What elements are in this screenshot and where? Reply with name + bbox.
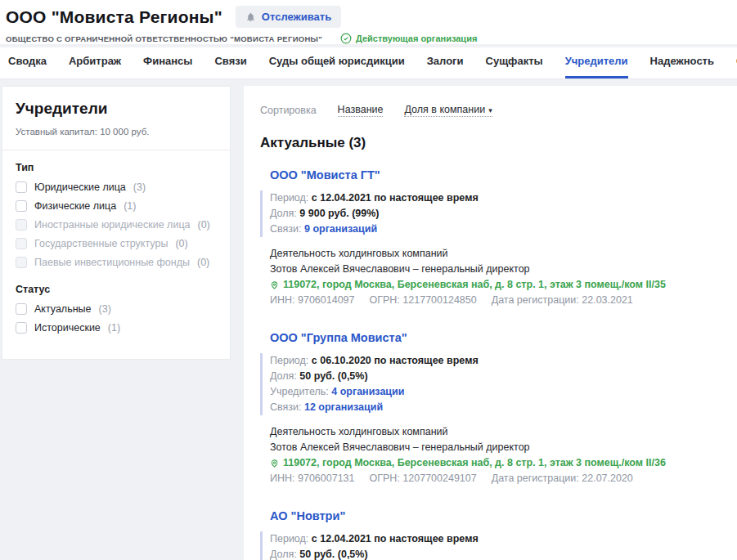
- activity-line: Деятельность холдинговых компаний: [270, 246, 721, 262]
- chevron-down-icon: ▾: [488, 106, 492, 114]
- company-link[interactable]: АО "Новтри": [270, 509, 345, 522]
- company-details: Деятельность холдинговых компаний Зотов …: [270, 424, 721, 486]
- tab-nadezhnost[interactable]: Надежность: [650, 47, 714, 78]
- founder-card: ООО "Группа Мовиста" Период: с 06.10.202…: [260, 330, 721, 486]
- connections-link[interactable]: 9 организаций: [304, 223, 377, 235]
- founder-info-block: Период: с 12.04.2021 по настоящее время …: [260, 190, 721, 237]
- filter-actual[interactable]: Актуальные (3): [16, 303, 217, 315]
- filter-group-status-title: Статус: [16, 284, 217, 295]
- tab-finansy[interactable]: Финансы: [143, 47, 192, 78]
- filter-group-type-title: Тип: [16, 162, 217, 173]
- page-header: ООО "Мовиста Регионы" Отслеживать ОБЩЕСТ…: [0, 0, 737, 44]
- registry-meta: ИНН: 9706007131 ОГРН: 1207700249107 Дата…: [270, 471, 721, 486]
- sort-by-name[interactable]: Название: [338, 104, 384, 117]
- location-pin-icon: [270, 280, 279, 291]
- company-details: Деятельность холдинговых компаний Зотов …: [270, 246, 721, 308]
- bell-icon: [245, 11, 256, 23]
- filter-individuals[interactable]: Физические лица (1): [16, 200, 217, 212]
- checkbox-icon[interactable]: [16, 303, 27, 315]
- founder-info-block: Период: с 12.04.2021 по настоящее время …: [260, 531, 721, 560]
- registry-meta: ИНН: 9706014097 ОГРН: 1217700124850 Дата…: [270, 293, 721, 308]
- tab-bar: Сводка Арбитраж Финансы Связи Суды общей…: [0, 47, 737, 79]
- inn-value: ИНН: 9706007131: [270, 471, 355, 486]
- org-status-label: Действующая организация: [356, 34, 477, 43]
- checkbox-icon[interactable]: [16, 322, 27, 334]
- tab-zalogi[interactable]: Залоги: [427, 47, 464, 78]
- address-line: 119072, город Москва, Берсеневская наб, …: [270, 455, 721, 471]
- filter-investment-funds: Паевые инвестиционные фонды (0): [16, 257, 217, 268]
- ogrn-value: ОГРН: 1217700124850: [370, 293, 477, 308]
- founders-list-panel: Сортировка Название Доля в компании▾ Акт…: [244, 86, 737, 560]
- sort-label: Сортировка: [260, 105, 317, 116]
- checkbox-icon[interactable]: [16, 200, 27, 212]
- director-line: Зотов Алексей Вячеславович – генеральный…: [270, 440, 721, 455]
- inn-value: ИНН: 9706014097: [270, 293, 355, 308]
- company-full-name: ОБЩЕСТВО С ОГРАНИЧЕННОЙ ОТВЕТСТВЕННОСТЬЮ…: [6, 34, 322, 43]
- reg-date-value: Дата регистрации: 22.07.2020: [492, 471, 633, 486]
- address-line: 119072, город Москва, Берсеневская наб, …: [270, 277, 721, 293]
- org-status-badge: Действующая организация: [340, 33, 477, 44]
- section-title: Актуальные (3): [260, 135, 721, 151]
- filters-sidebar: Учредители Уставный капитал: 10 000 руб.…: [2, 86, 231, 360]
- tab-suschfakty[interactable]: Сущфакты: [486, 47, 543, 78]
- follow-button-label: Отслеживать: [262, 11, 331, 23]
- tab-sudy[interactable]: Суды общей юрисдикции: [269, 47, 405, 78]
- filter-legal-entities[interactable]: Юридические лица (3): [16, 181, 217, 193]
- tab-uchrediteli[interactable]: Учредители: [565, 47, 628, 78]
- checkbox-icon: [16, 257, 27, 268]
- activity-line: Деятельность холдинговых компаний: [270, 424, 721, 440]
- sidebar-title: Учредители: [16, 100, 217, 118]
- charter-capital: Уставный капитал: 10 000 руб.: [16, 127, 217, 137]
- filter-state-structures: Государственные структуры (0): [16, 238, 217, 249]
- filter-historical[interactable]: Исторические (1): [16, 322, 217, 334]
- founders-link[interactable]: 4 организации: [331, 386, 404, 397]
- company-link[interactable]: ООО "Группа Мовиста": [270, 331, 407, 344]
- location-pin-icon: [270, 458, 279, 469]
- tab-arbitrazh[interactable]: Арбитраж: [69, 47, 121, 78]
- tab-svodka[interactable]: Сводка: [8, 47, 47, 78]
- tab-svyazi[interactable]: Связи: [214, 47, 246, 78]
- check-circle-icon: [340, 33, 352, 44]
- page-title: ООО "Мовиста Регионы": [6, 7, 222, 27]
- sort-by-share[interactable]: Доля в компании▾: [404, 104, 492, 117]
- director-line: Зотов Алексей Вячеславович – генеральный…: [270, 262, 721, 277]
- founder-card: АО "Новтри" Период: с 12.04.2021 по наст…: [260, 508, 721, 560]
- checkbox-icon: [16, 238, 27, 249]
- sidebar-divider: [2, 150, 230, 150]
- follow-button[interactable]: Отслеживать: [236, 6, 341, 28]
- checkbox-icon: [16, 219, 27, 231]
- company-link[interactable]: ООО "Мовиста ГТ": [270, 168, 380, 181]
- sort-row: Сортировка Название Доля в компании▾: [260, 104, 721, 117]
- ogrn-value: ОГРН: 1207700249107: [370, 471, 477, 486]
- filter-foreign-entities: Иностранные юридические лица (0): [16, 219, 217, 231]
- checkbox-icon[interactable]: [16, 181, 27, 193]
- content-area: Учредители Уставный капитал: 10 000 руб.…: [0, 79, 737, 560]
- reg-date-value: Дата регистрации: 22.03.2021: [492, 293, 633, 308]
- founder-info-block: Период: с 06.10.2020 по настоящее время …: [260, 353, 721, 415]
- founder-card: ООО "Мовиста ГТ" Период: с 12.04.2021 по…: [260, 168, 721, 308]
- connections-link[interactable]: 12 организаций: [304, 401, 383, 413]
